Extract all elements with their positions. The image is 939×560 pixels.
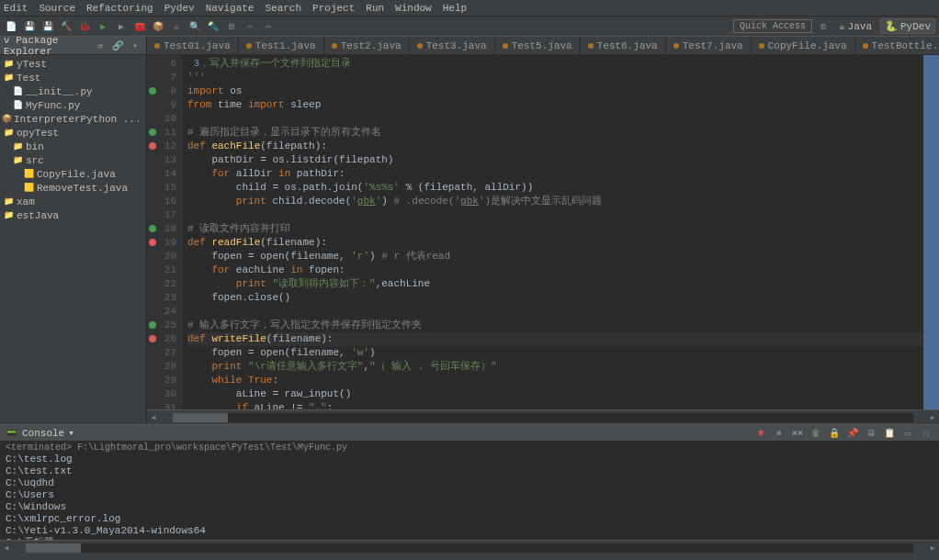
coverage-icon[interactable]: ▶ (114, 19, 129, 34)
editor-tab[interactable]: Test5.java (495, 37, 581, 54)
tab-label: Test3.java (426, 40, 487, 51)
scroll-left-icon[interactable]: ◂ (147, 411, 160, 423)
open-console-icon[interactable]: 📋 (882, 426, 897, 441)
editor-tab[interactable]: Test6.java (581, 37, 666, 54)
editor-tabs: Test01.javaTest1.javaTest2.javaTest3.jav… (147, 37, 939, 55)
menu-bar: Edit Source Refactoring Pydev Navigate S… (0, 0, 939, 17)
tree-item[interactable]: 📁xam (0, 195, 146, 208)
scroll-right-icon[interactable]: ▸ (926, 411, 939, 423)
tree-label: Test (17, 73, 40, 84)
menu-refactoring[interactable]: Refactoring (86, 3, 153, 14)
menu-help[interactable]: Help (443, 3, 467, 14)
tree-item[interactable]: 📁bin (0, 140, 146, 153)
menu-run[interactable]: Run (366, 3, 384, 14)
editor-tab[interactable]: CopyFile.java (752, 37, 855, 54)
console-status: <terminated> F:\Lightmoral_pro\workspace… (0, 442, 939, 454)
tree-item[interactable]: 📄__init__.py (0, 84, 146, 98)
console-hscroll[interactable]: ◂ ▸ (0, 540, 939, 554)
link-icon[interactable]: 🔗 (110, 39, 125, 53)
fwd-icon[interactable]: ⇨ (261, 19, 276, 34)
debug-icon[interactable]: 🐞 (77, 19, 92, 34)
scroll-thumb[interactable] (26, 543, 81, 553)
new-icon[interactable]: 📄 (4, 19, 18, 34)
file-icon: 🟨 (22, 183, 35, 194)
tree-item[interactable]: 📄MyFunc.py (0, 98, 146, 112)
editor-tab[interactable]: Test7.java (666, 37, 752, 54)
file-icon: 📄 (11, 86, 24, 97)
tree-item[interactable]: 📁estJava (0, 208, 146, 222)
console-output[interactable]: C:\test.logC:\test.txtC:\uqdhdC:\UsersC:… (0, 454, 939, 540)
overview-ruler[interactable] (922, 55, 939, 409)
editor-tab[interactable]: Test2.java (324, 37, 410, 54)
tree-label: estJava (17, 210, 59, 221)
editor-tab[interactable]: TestBottle.java (855, 37, 939, 54)
min-icon[interactable]: ▭ (900, 426, 915, 441)
editor-tab[interactable]: Test01.java (147, 37, 239, 54)
open-type-icon[interactable]: 🔍 (187, 19, 202, 34)
run-icon[interactable]: ▶ (96, 19, 110, 34)
tree-item[interactable]: 📁Test (0, 71, 146, 84)
editor-hscroll[interactable]: ◂ ▸ (147, 409, 939, 424)
new-pkg-icon[interactable]: 📦 (151, 19, 165, 34)
tree-label: MyFunc.py (26, 100, 80, 111)
file-icon: 📁 (2, 128, 15, 139)
scroll-left-icon[interactable]: ◂ (0, 542, 13, 554)
max-icon[interactable]: ▢ (919, 426, 933, 441)
file-icon: 🟨 (22, 169, 35, 180)
editor-tab[interactable]: Test1.java (239, 37, 324, 54)
menu-icon[interactable]: ▾ (128, 39, 142, 53)
back-icon[interactable]: ⇦ (243, 19, 257, 34)
removeall-icon[interactable]: ✖✖ (790, 426, 805, 441)
tree-label: InterpreterPython ... thon27\pyt (14, 114, 147, 125)
search-icon[interactable]: 🔦 (206, 19, 221, 34)
tree-item[interactable]: 📁opyTest (0, 126, 146, 140)
file-icon: 📁 (2, 73, 15, 84)
menu-pydev[interactable]: Pydev (164, 3, 195, 14)
save-icon[interactable]: 💾 (22, 19, 37, 34)
code-body[interactable]: 3，写入并保存一个文件到指定目录'''import osfrom time im… (182, 55, 922, 409)
menu-project[interactable]: Project (312, 3, 355, 14)
tree-item[interactable]: 🟨RemoveTest.java (0, 181, 146, 195)
tree-label: opyTest (17, 128, 59, 139)
tree-label: yTest (17, 59, 47, 70)
scroll-lock-icon[interactable]: 🔒 (827, 426, 842, 441)
saveall-icon[interactable]: 💾 (40, 19, 55, 34)
persp-java[interactable]: ☕Java (834, 18, 877, 34)
menu-search[interactable]: Search (265, 3, 301, 14)
main-toolbar: 📄 💾 💾 🔨 🐞 ▶ ▶ 🧰 📦 ☕ 🔍 🔦 ⊞ ⇦ ⇨ Quick Acce… (0, 17, 939, 37)
collapse-icon[interactable]: ⇄ (93, 39, 107, 53)
display-icon[interactable]: 🖥 (864, 426, 878, 441)
new-class-icon[interactable]: ☕ (169, 19, 184, 34)
console-dropdown-icon[interactable]: ▾ (68, 427, 74, 439)
tree-label: xam (17, 196, 35, 207)
build-icon[interactable]: 🔨 (59, 19, 74, 34)
ext-tools-icon[interactable]: 🧰 (132, 19, 147, 34)
toggle-icon[interactable]: ⊞ (224, 19, 239, 34)
tree-item[interactable]: 📦InterpreterPython ... thon27\pyt (0, 112, 146, 126)
tree-label: __init__.py (26, 86, 93, 97)
editor-tab[interactable]: Test3.java (410, 37, 495, 54)
remove-icon[interactable]: ✖ (772, 426, 786, 441)
persp-pydev[interactable]: 🐍PyDev (880, 18, 935, 34)
menu-navigate[interactable]: Navigate (206, 3, 255, 14)
clear-icon[interactable]: 🗑 (809, 426, 823, 441)
scroll-right-icon[interactable]: ▸ (926, 542, 939, 554)
quick-access[interactable]: Quick Access (733, 19, 812, 33)
file-icon: 📄 (11, 100, 24, 111)
terminate-icon[interactable]: ■ (753, 426, 768, 441)
menu-source[interactable]: Source (39, 3, 75, 14)
code-editor[interactable]: 6789101112131415161718192021222324252627… (147, 55, 939, 409)
open-persp-icon[interactable]: ⊞ (816, 19, 831, 34)
pin-icon[interactable]: 📌 (845, 426, 860, 441)
menu-window[interactable]: Window (395, 3, 432, 14)
tree-label: src (26, 155, 44, 166)
scroll-thumb[interactable] (173, 413, 228, 422)
file-icon: 📁 (2, 210, 15, 221)
file-icon: 📁 (2, 59, 15, 70)
tree-item[interactable]: 🟨CopyFile.java (0, 167, 146, 181)
package-explorer: v Package Explorer ⇄ 🔗 ▾ 📁yTest📁Test📄__i… (0, 37, 147, 424)
tree-item[interactable]: 📁src (0, 153, 146, 167)
tree-item[interactable]: 📁yTest (0, 57, 146, 71)
menu-edit[interactable]: Edit (4, 3, 28, 14)
tab-label: Test7.java (683, 40, 743, 51)
